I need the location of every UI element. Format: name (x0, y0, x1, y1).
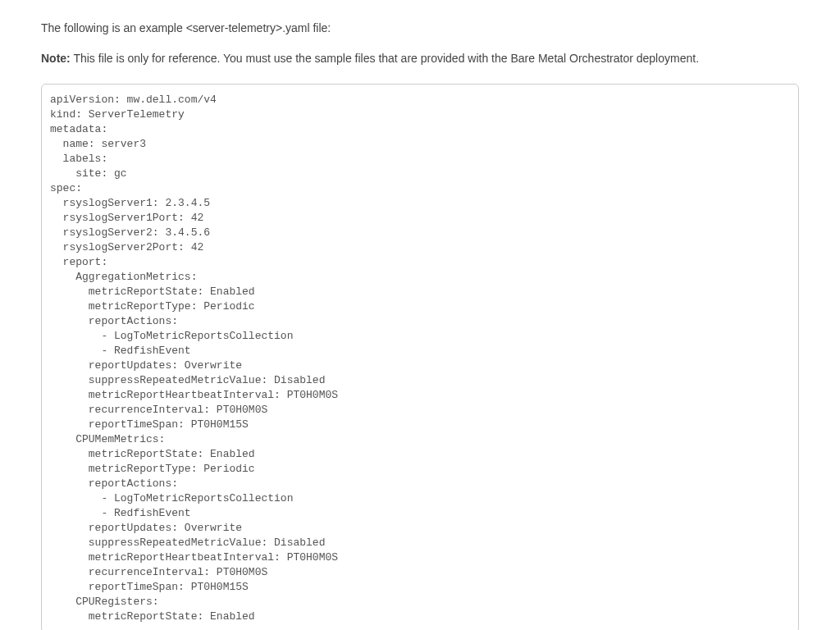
yaml-code-block: apiVersion: mw.dell.com/v4 kind: ServerT… (41, 84, 799, 630)
note-label: Note: (41, 52, 71, 65)
note-paragraph: Note: This file is only for reference. Y… (41, 50, 799, 67)
intro-paragraph: The following is an example <server-tele… (41, 20, 799, 37)
note-text: This file is only for reference. You mus… (71, 52, 699, 65)
